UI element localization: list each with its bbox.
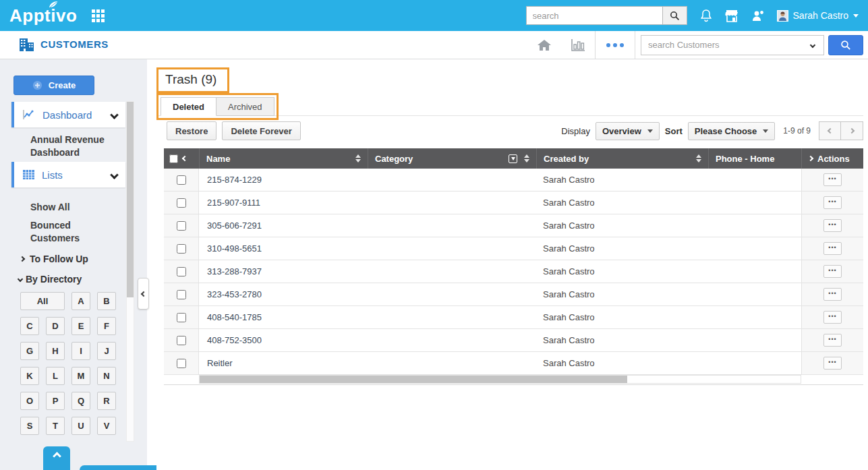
sidebar-item-bounced-customers[interactable]: Bounced Customers bbox=[30, 219, 119, 245]
letter-filter[interactable]: A bbox=[71, 292, 90, 310]
cell-name[interactable]: 408-540-1785 bbox=[199, 306, 368, 328]
cell-name[interactable]: 408-752-3500 bbox=[199, 329, 368, 351]
cell-name[interactable]: 310-498-5651 bbox=[199, 237, 368, 260]
cell-category bbox=[368, 192, 536, 214]
letter-filter[interactable]: V bbox=[97, 417, 116, 435]
global-search-button[interactable] bbox=[662, 6, 687, 25]
more-options-icon[interactable] bbox=[596, 43, 635, 47]
header-created-by[interactable]: Created by bbox=[536, 148, 708, 169]
next-page-button[interactable] bbox=[841, 121, 863, 140]
reports-button[interactable] bbox=[561, 38, 595, 52]
column-label: Category bbox=[375, 154, 509, 164]
row-actions-button[interactable]: ••• bbox=[823, 196, 842, 209]
cell-name[interactable]: Reitler bbox=[199, 352, 368, 374]
letter-filter[interactable]: O bbox=[20, 392, 39, 410]
sidebar-item-by-directory[interactable]: By Directory bbox=[18, 274, 82, 285]
letter-filter[interactable]: E bbox=[71, 317, 90, 335]
user-menu[interactable]: Sarah Castro bbox=[777, 10, 859, 22]
sidebar-item-to-follow-up[interactable]: To Follow Up bbox=[20, 254, 88, 264]
header-category[interactable]: Category bbox=[368, 148, 536, 169]
referral-icon[interactable] bbox=[751, 9, 764, 22]
letter-filter[interactable]: B bbox=[97, 292, 116, 310]
delete-forever-button[interactable]: Delete Forever bbox=[222, 121, 300, 140]
prev-page-button[interactable] bbox=[819, 121, 841, 140]
chevron-left-icon[interactable] bbox=[182, 156, 187, 161]
tab-deleted[interactable]: Deleted bbox=[161, 97, 216, 116]
row-actions-button[interactable]: ••• bbox=[823, 311, 842, 324]
row-checkbox[interactable] bbox=[177, 198, 186, 208]
letter-filter[interactable]: Q bbox=[71, 392, 90, 410]
sort-dropdown[interactable]: Please Choose bbox=[688, 122, 776, 140]
cell-name[interactable]: 313-288-7937 bbox=[199, 260, 368, 283]
row-checkbox[interactable] bbox=[177, 244, 186, 254]
sidebar-item-lists[interactable]: Lists bbox=[11, 162, 125, 187]
letter-filter[interactable]: G bbox=[20, 342, 39, 360]
row-checkbox[interactable] bbox=[177, 175, 186, 185]
letter-filter[interactable]: R bbox=[97, 392, 116, 410]
row-actions-button[interactable]: ••• bbox=[823, 173, 842, 186]
sidebar-item-dashboard[interactable]: Dashboard bbox=[11, 102, 125, 127]
sidebar-scrollbar-thumb[interactable] bbox=[127, 102, 134, 297]
row-actions-button[interactable]: ••• bbox=[823, 242, 842, 255]
letter-filter[interactable]: M bbox=[71, 367, 90, 385]
sidebar-item-annual-revenue-dashboard[interactable]: Annual Revenue Dashboard bbox=[30, 134, 119, 159]
cell-name[interactable]: 323-453-2780 bbox=[199, 283, 368, 305]
sidebar-scrollbar[interactable] bbox=[126, 101, 134, 442]
home-button[interactable] bbox=[527, 38, 561, 52]
record-range: 1-9 of 9 bbox=[783, 126, 811, 136]
apptivo-logo[interactable]: Apptivo bbox=[9, 5, 77, 26]
letter-filter[interactable]: I bbox=[71, 342, 90, 360]
tab-archived[interactable]: Archived bbox=[216, 97, 274, 116]
bottom-panel-expand-tab[interactable] bbox=[43, 446, 70, 470]
letter-filter[interactable]: S bbox=[20, 417, 39, 435]
cell-name[interactable]: 215-907-9111 bbox=[199, 192, 368, 214]
letter-filter[interactable]: K bbox=[20, 367, 39, 385]
cell-name[interactable]: 305-606-7291 bbox=[199, 214, 368, 237]
store-icon[interactable] bbox=[725, 9, 739, 22]
letter-filter[interactable]: T bbox=[46, 417, 65, 435]
chevron-down-icon bbox=[18, 276, 23, 282]
select-all-checkbox[interactable] bbox=[169, 154, 178, 163]
sort-icon[interactable] bbox=[696, 154, 701, 163]
letter-filter[interactable]: C bbox=[20, 317, 39, 335]
sidebar-collapse-handle[interactable] bbox=[138, 278, 149, 310]
letter-filter[interactable]: N bbox=[97, 367, 116, 385]
app-search-button[interactable] bbox=[828, 35, 863, 55]
global-search-input[interactable] bbox=[526, 6, 662, 25]
letter-filter[interactable]: U bbox=[71, 417, 90, 435]
notifications-bell-icon[interactable] bbox=[700, 9, 712, 22]
row-actions-button[interactable]: ••• bbox=[823, 334, 842, 347]
row-actions-button[interactable]: ••• bbox=[823, 265, 842, 278]
letter-filter[interactable]: D bbox=[46, 317, 65, 335]
letter-filter[interactable]: L bbox=[46, 367, 65, 385]
letter-filter[interactable]: P bbox=[46, 392, 65, 410]
row-checkbox[interactable] bbox=[177, 313, 186, 322]
cell-category bbox=[368, 283, 536, 305]
letter-filter-all[interactable]: All bbox=[20, 292, 65, 310]
row-actions-button[interactable]: ••• bbox=[823, 219, 842, 232]
create-button[interactable]: Create bbox=[13, 76, 94, 95]
display-dropdown[interactable]: Overview bbox=[596, 122, 660, 140]
row-checkbox[interactable] bbox=[177, 359, 186, 368]
row-actions-button[interactable]: ••• bbox=[823, 288, 842, 301]
row-actions-button[interactable]: ••• bbox=[823, 357, 842, 370]
header-phone-home[interactable]: Phone - Home bbox=[708, 148, 801, 169]
cell-name[interactable]: 215-874-1229 bbox=[199, 169, 368, 191]
header-name[interactable]: Name bbox=[199, 148, 368, 169]
letter-filter[interactable]: H bbox=[46, 342, 65, 360]
letter-filter[interactable]: F bbox=[97, 317, 116, 335]
sidebar-item-show-all[interactable]: Show All bbox=[30, 201, 119, 214]
row-checkbox[interactable] bbox=[177, 267, 186, 276]
apps-grid-icon[interactable] bbox=[92, 9, 105, 22]
row-checkbox[interactable] bbox=[177, 221, 186, 231]
app-search-select[interactable]: search Customers bbox=[641, 35, 824, 55]
header-actions[interactable]: Actions bbox=[801, 148, 863, 169]
restore-button[interactable]: Restore bbox=[167, 121, 216, 140]
filter-icon[interactable] bbox=[509, 154, 517, 163]
sort-icon[interactable] bbox=[524, 154, 529, 163]
scrollbar-thumb[interactable] bbox=[200, 376, 627, 383]
sort-icon[interactable] bbox=[355, 154, 361, 163]
row-checkbox[interactable] bbox=[177, 290, 186, 299]
row-checkbox[interactable] bbox=[177, 336, 186, 345]
letter-filter[interactable]: J bbox=[97, 342, 116, 360]
